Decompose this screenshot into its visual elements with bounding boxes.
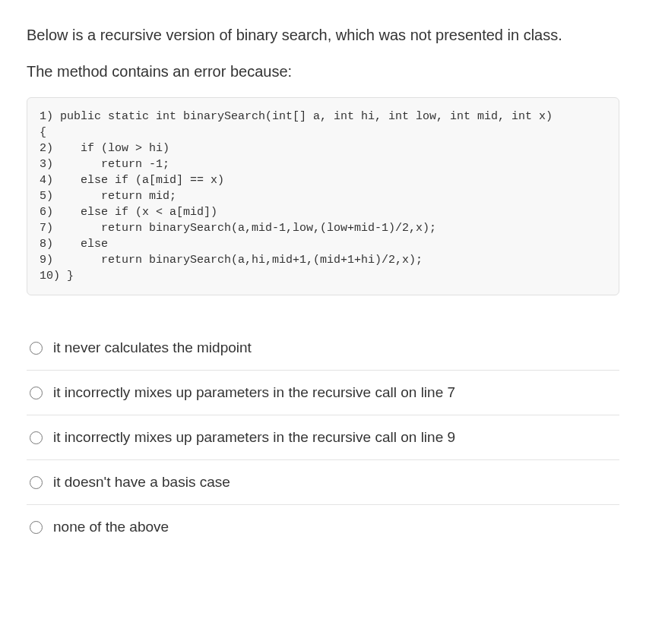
options-list: it never calculates the midpoint it inco… [27, 326, 619, 549]
option-label: it incorrectly mixes up parameters in th… [53, 384, 455, 401]
question-text: Below is a recursive version of binary s… [27, 23, 619, 84]
option-1[interactable]: it never calculates the midpoint [27, 326, 619, 371]
radio-icon [30, 476, 43, 489]
radio-icon [30, 431, 43, 444]
radio-icon [30, 521, 43, 534]
radio-icon [30, 387, 43, 399]
option-label: it never calculates the midpoint [53, 339, 252, 356]
option-5[interactable]: none of the above [27, 505, 619, 549]
question-paragraph-1: Below is a recursive version of binary s… [27, 23, 619, 47]
option-label: it incorrectly mixes up parameters in th… [53, 429, 455, 446]
option-label: none of the above [53, 519, 169, 535]
question-paragraph-2: The method contains an error because: [27, 59, 619, 84]
option-4[interactable]: it doesn't have a basis case [27, 460, 619, 505]
code-block: 1) public static int binarySearch(int[] … [27, 97, 619, 295]
option-3[interactable]: it incorrectly mixes up parameters in th… [27, 415, 619, 460]
option-2[interactable]: it incorrectly mixes up parameters in th… [27, 371, 619, 415]
option-label: it doesn't have a basis case [53, 474, 230, 491]
radio-icon [30, 342, 43, 355]
